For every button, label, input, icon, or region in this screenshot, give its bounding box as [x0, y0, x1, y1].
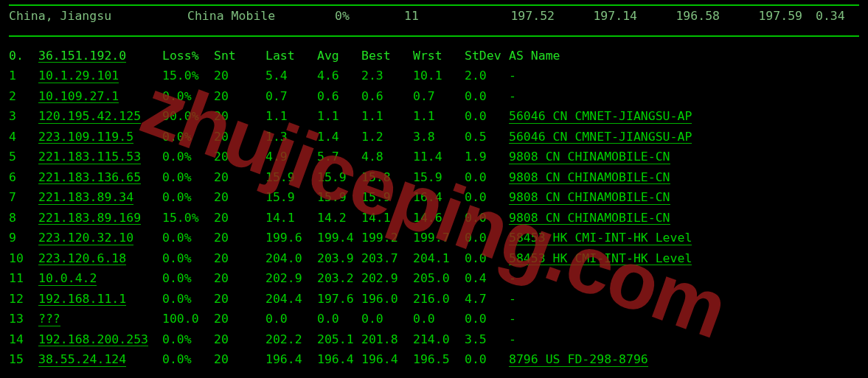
terminal-output: China, Jiangsu China Mobile 0% 11 197.52… — [0, 0, 868, 378]
hop-asname: - — [509, 91, 516, 103]
header-best: Best — [361, 50, 413, 63]
hop-asname: - — [509, 273, 516, 285]
hop-avg: 0.0 — [317, 313, 361, 326]
hop-num: 10 — [9, 253, 38, 265]
header-wrst: Wrst — [413, 50, 465, 63]
hop-loss: 0.0% — [162, 354, 214, 366]
summary-best: 197.14 — [568, 10, 650, 23]
hop-snt: 20 — [214, 334, 265, 346]
hop-last: 202.2 — [265, 334, 317, 346]
hop-last: 204.4 — [265, 293, 317, 306]
hop-last: 1.1 — [265, 111, 317, 123]
hop-avg: 0.6 — [317, 91, 361, 103]
hop-asname: 9808 CN CHINAMOBILE-CN — [509, 151, 670, 164]
hop-last: 204.0 — [265, 253, 317, 265]
summary-carrier: China Mobile — [187, 10, 335, 23]
hop-loss: 0.0% — [162, 172, 214, 184]
hop-avg: 1.4 — [317, 131, 361, 144]
hop-snt: 20 — [214, 313, 265, 326]
hop-avg: 4.6 — [317, 70, 361, 83]
hop-host: ??? — [38, 313, 162, 326]
hop-snt: 20 — [214, 111, 265, 123]
hop-host: 221.183.89.34 — [38, 192, 162, 205]
hop-stdev: 0.0 — [465, 192, 509, 204]
hop-snt: 20 — [214, 354, 265, 366]
hop-snt: 20 — [214, 212, 265, 225]
hop-last: 14.1 — [265, 212, 317, 225]
hop-avg: 197.6 — [317, 293, 361, 306]
hop-num: 14 — [9, 334, 38, 346]
hop-best: 14.1 — [361, 212, 413, 225]
hop-host: 10.1.29.101 — [38, 70, 162, 83]
hop-stdev: 0.0 — [465, 91, 509, 103]
header-last: Last — [265, 50, 317, 63]
hop-num: 2 — [9, 91, 38, 103]
summary-loss: 0% — [335, 10, 404, 23]
hop-asname: 9808 CN CHINAMOBILE-CN — [509, 192, 670, 205]
hop-row: 110.1.29.10115.0%205.44.62.310.12.0- — [9, 70, 859, 91]
hop-last: 0.0 — [265, 313, 317, 326]
hop-avg: 5.7 — [317, 151, 361, 164]
hop-stdev: 0.0 — [465, 313, 509, 326]
hop-host: 10.0.4.2 — [38, 273, 162, 286]
hop-row: 4223.109.119.50.0%201.31.41.23.80.556046… — [9, 131, 859, 152]
hop-stdev: 0.0 — [465, 212, 509, 225]
hop-asname: - — [509, 313, 516, 326]
hop-best: 1.2 — [361, 131, 413, 144]
hop-asname: 56046 CN CMNET-JIANGSU-AP — [509, 111, 692, 124]
hop-asname: 9808 CN CHINAMOBILE-CN — [509, 172, 670, 185]
hop-asname: - — [509, 293, 516, 306]
hop-stdev: 0.0 — [465, 354, 509, 366]
hop-wrst: 16.4 — [413, 192, 465, 204]
hop-num: 1 — [9, 70, 38, 83]
hop-avg: 15.9 — [317, 172, 361, 184]
hop-snt: 20 — [214, 293, 265, 306]
header-loss: Loss% — [162, 50, 214, 63]
hop-row: 3120.195.42.12590.0%201.11.11.11.10.0560… — [9, 111, 859, 131]
hop-num: 13 — [9, 313, 38, 326]
hop-host: 223.120.6.18 — [38, 253, 162, 266]
hop-row: 5221.183.115.530.0%204.95.74.811.41.9980… — [9, 151, 859, 172]
hop-row: 13???100.0200.00.00.00.00.0- — [9, 313, 859, 334]
hop-loss: 15.0% — [162, 70, 214, 83]
hop-snt: 20 — [214, 151, 265, 164]
hop-wrst: 3.8 — [413, 131, 465, 144]
hop-wrst: 214.0 — [413, 334, 465, 346]
summary-wrst: 196.58 — [650, 10, 733, 23]
hop-loss: 0.0% — [162, 334, 214, 346]
hop-best: 2.3 — [361, 70, 413, 83]
hop-stdev: 0.5 — [465, 131, 509, 144]
hop-asname: 56046 CN CMNET-JIANGSU-AP — [509, 131, 692, 144]
hop-best: 199.2 — [361, 232, 413, 245]
hop-wrst: 11.4 — [413, 151, 465, 164]
summary-count: 11 — [404, 10, 468, 23]
hop-best: 203.7 — [361, 253, 413, 265]
hop-best: 15.8 — [361, 172, 413, 184]
hop-row: 8221.183.89.16915.0%2014.114.214.114.60.… — [9, 212, 859, 233]
hop-stdev: 0.0 — [465, 232, 509, 245]
hop-num: 6 — [9, 172, 38, 184]
hop-wrst: 196.5 — [413, 354, 465, 366]
hop-loss: 0.0% — [162, 232, 214, 245]
hop-avg: 196.4 — [317, 354, 361, 366]
hop-last: 0.7 — [265, 91, 317, 103]
hop-wrst: 199.7 — [413, 232, 465, 245]
hop-stdev: 3.5 — [465, 334, 509, 346]
hop-avg: 14.2 — [317, 212, 361, 225]
header-hopnum: 0. — [9, 50, 38, 63]
hop-snt: 20 — [214, 253, 265, 265]
hop-loss: 0.0% — [162, 253, 214, 265]
hop-row: 14192.168.200.2530.0%20202.2205.1201.821… — [9, 334, 859, 354]
hop-wrst: 204.1 — [413, 253, 465, 265]
hop-wrst: 10.1 — [413, 70, 465, 83]
hop-num: 8 — [9, 212, 38, 225]
hop-wrst: 0.0 — [413, 313, 465, 326]
hop-stdev: 1.9 — [465, 151, 509, 164]
hop-best: 4.8 — [361, 151, 413, 164]
summary-location: China, Jiangsu — [9, 10, 187, 23]
hop-snt: 20 — [214, 192, 265, 204]
hop-last: 199.6 — [265, 232, 317, 245]
hop-snt: 20 — [214, 91, 265, 103]
hop-avg: 199.4 — [317, 232, 361, 245]
hop-avg: 203.9 — [317, 253, 361, 265]
